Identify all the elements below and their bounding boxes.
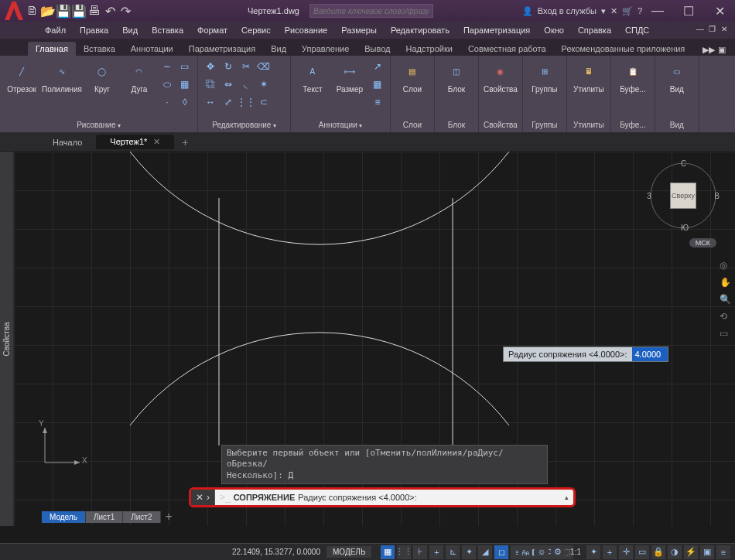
utilities-button[interactable]: 🖩Утилиты: [572, 59, 606, 94]
hatch-icon[interactable]: ▦: [177, 77, 193, 92]
add-tab-button[interactable]: +: [174, 136, 196, 149]
ortho-icon[interactable]: ⊾: [446, 545, 460, 559]
signin-link[interactable]: Вход в службы: [538, 6, 597, 15]
tab-insert[interactable]: Вставка: [76, 42, 123, 56]
cleanscreen-icon[interactable]: ▣: [700, 545, 714, 559]
tab-addins[interactable]: Надстройки: [398, 42, 460, 56]
panel-utils-title[interactable]: Утилиты: [572, 119, 606, 131]
offset-icon[interactable]: ⊂: [256, 94, 272, 110]
viewcube-n[interactable]: С: [681, 159, 686, 168]
snap-toggle-icon[interactable]: ⋮⋮: [397, 545, 411, 559]
coordinates[interactable]: 22.1409, 15.3277, 0.0000: [232, 548, 320, 556]
ellipse-icon[interactable]: ⬭: [159, 77, 175, 92]
minimize-button[interactable]: —: [642, 0, 673, 22]
exchange-icon[interactable]: ✕: [610, 6, 617, 16]
pan-icon[interactable]: ✋: [720, 277, 732, 289]
grid-toggle-icon[interactable]: ▦: [381, 545, 395, 559]
menu-insert[interactable]: Вставка: [145, 24, 190, 36]
menu-view[interactable]: Вид: [116, 24, 144, 36]
tab-home[interactable]: Главная: [28, 42, 76, 56]
line-button[interactable]: ╱Отрезок: [5, 59, 39, 94]
panel-block-title[interactable]: Блок: [439, 119, 473, 131]
stretch-icon[interactable]: ↔: [203, 94, 218, 110]
qat-redo-icon[interactable]: ↷: [119, 5, 132, 17]
zoom-icon[interactable]: 🔍: [720, 294, 732, 306]
isolate-icon[interactable]: ◑: [668, 545, 682, 559]
tab-featured[interactable]: Рекомендованные приложения: [554, 42, 693, 56]
osnap-icon[interactable]: □: [494, 545, 508, 559]
command-line[interactable]: ✕ › >_ СОПРЯЖЕНИЕ Радиус сопряжения <4.0…: [189, 487, 576, 507]
groups-button[interactable]: ⊞Группы: [528, 59, 562, 94]
menu-dimension[interactable]: Размеры: [335, 24, 383, 36]
side-panel[interactable]: Свойства: [0, 152, 14, 526]
viewcube-top[interactable]: Сверху: [670, 183, 696, 209]
menu-draw[interactable]: Рисование: [279, 24, 333, 36]
isoplane-icon[interactable]: ◢: [478, 545, 492, 559]
panel-modify-title[interactable]: Редактирование: [203, 119, 285, 131]
tab-collab[interactable]: Совместная работа: [460, 42, 554, 56]
hardware-accel-icon[interactable]: ⚡: [684, 545, 698, 559]
qat-undo-icon[interactable]: ↶: [104, 5, 116, 17]
menu-tools[interactable]: Сервис: [235, 24, 277, 36]
panel-clip-title[interactable]: Буфе...: [616, 119, 650, 131]
panel-groups-title[interactable]: Группы: [528, 119, 562, 131]
viewcube-w[interactable]: З: [647, 192, 651, 200]
doc-restore-icon[interactable]: ❐: [709, 25, 720, 36]
menu-file[interactable]: Файл: [39, 24, 72, 36]
erase-icon[interactable]: ⌫: [256, 59, 272, 74]
mirror-icon[interactable]: ⇔: [220, 77, 236, 92]
qat-new-icon[interactable]: 🗎: [26, 5, 39, 17]
dynamic-input-icon[interactable]: +: [429, 545, 443, 559]
cart-icon[interactable]: 🛒: [622, 6, 633, 16]
layout-sheet2[interactable]: Лист2: [123, 511, 160, 523]
region-icon[interactable]: ◊: [177, 94, 193, 110]
rectangle-icon[interactable]: ▭: [177, 59, 193, 74]
circle-button[interactable]: ◯Круг: [85, 59, 119, 94]
infer-icon[interactable]: ⊦: [413, 545, 427, 559]
text-button[interactable]: AТекст: [296, 59, 330, 94]
tab-output[interactable]: Вывод: [357, 42, 398, 56]
panel-draw-title[interactable]: Рисование: [5, 119, 193, 131]
block-button[interactable]: ◫Блок: [439, 59, 473, 94]
tab-parametric[interactable]: Параметризация: [181, 42, 263, 56]
tab-annotate[interactable]: Аннотации: [123, 42, 181, 56]
cmdline-chevron-icon[interactable]: ›: [207, 492, 210, 503]
dimension-button[interactable]: ⟼Размер: [333, 59, 367, 94]
copy-icon[interactable]: ⿻: [203, 77, 218, 92]
table-icon[interactable]: ▦: [370, 77, 385, 92]
wcs-badge[interactable]: МСК: [689, 238, 716, 248]
arc-button[interactable]: ◠Дуга: [122, 59, 156, 94]
point-icon[interactable]: ·: [159, 94, 175, 110]
tab-manage[interactable]: Управление: [294, 42, 357, 56]
layout-add-button[interactable]: +: [161, 510, 177, 524]
menu-window[interactable]: Окно: [538, 24, 570, 36]
move-icon[interactable]: ✥: [203, 59, 218, 74]
viewcube[interactable]: Сверху С Ю В З: [648, 161, 718, 230]
qat-save-icon[interactable]: 💾: [57, 5, 70, 17]
view-button[interactable]: ▭Вид: [660, 59, 694, 94]
dynamic-input-field[interactable]: 4.0000: [632, 347, 668, 361]
doc-minimize-icon[interactable]: —: [696, 25, 707, 36]
annotation-visibility-icon[interactable]: ⛭: [535, 545, 549, 559]
annotation-scale-icon[interactable]: 🗛: [518, 545, 532, 559]
explode-icon[interactable]: ✶: [256, 77, 272, 92]
leader-icon[interactable]: ↗: [370, 59, 385, 74]
polyline-button[interactable]: ∿Полилиния: [42, 59, 82, 94]
user-icon[interactable]: 👤: [522, 6, 533, 16]
modelspace-button[interactable]: МОДЕЛЬ: [326, 546, 371, 558]
customize-icon[interactable]: ≡: [716, 545, 730, 559]
layers-button[interactable]: ▤Слои: [395, 59, 429, 94]
quickprops-icon[interactable]: ▭: [635, 545, 649, 559]
lock-ui-icon[interactable]: 🔒: [651, 545, 665, 559]
search-input[interactable]: [309, 4, 433, 18]
polar-icon[interactable]: ✦: [462, 545, 476, 559]
mtext-icon[interactable]: ≡: [370, 94, 385, 110]
layout-sheet1[interactable]: Лист1: [86, 511, 123, 523]
menu-spds[interactable]: СПДС: [619, 24, 655, 36]
annotation-monitor-icon[interactable]: +: [603, 545, 617, 559]
chevron-down-icon[interactable]: ▾: [601, 6, 606, 16]
properties-button[interactable]: ◉Свойства: [484, 59, 518, 94]
viewcube-e[interactable]: В: [714, 192, 720, 200]
qat-open-icon[interactable]: 📂: [42, 5, 54, 17]
fillet-icon[interactable]: ◟: [238, 77, 254, 92]
